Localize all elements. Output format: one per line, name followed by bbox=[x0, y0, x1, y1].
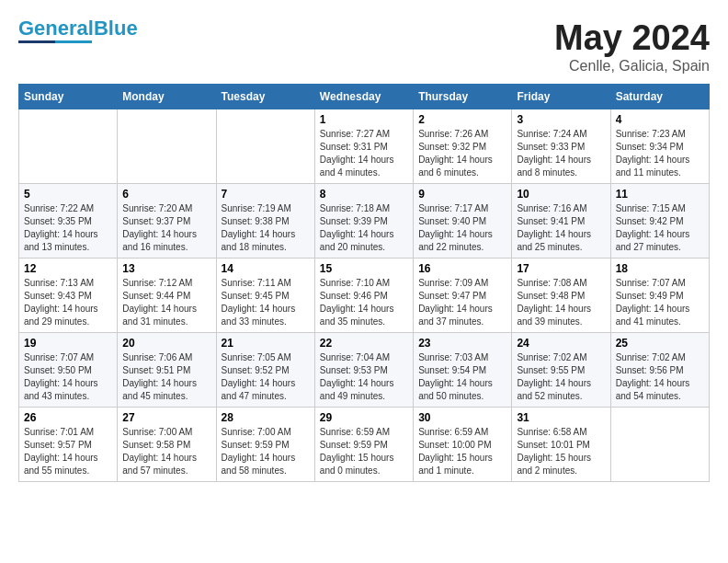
header-tuesday: Tuesday bbox=[216, 85, 314, 109]
day-number: 8 bbox=[320, 188, 408, 201]
table-row: 18Sunrise: 7:07 AMSunset: 9:49 PMDayligh… bbox=[610, 259, 709, 333]
sunset-label: Sunset: 9:52 PM bbox=[222, 365, 290, 375]
week-row-2: 5Sunrise: 7:22 AMSunset: 9:35 PMDaylight… bbox=[19, 184, 710, 259]
sunset-label: Sunset: 9:58 PM bbox=[122, 440, 190, 450]
daylight-label: Daylight: 14 hours and 57 minutes. bbox=[122, 453, 197, 476]
sunset-label: Sunset: 9:47 PM bbox=[418, 291, 486, 301]
day-number: 5 bbox=[24, 188, 112, 201]
table-row: 16Sunrise: 7:09 AMSunset: 9:47 PMDayligh… bbox=[414, 259, 512, 333]
sunset-label: Sunset: 10:01 PM bbox=[517, 440, 590, 450]
table-row: 27Sunrise: 7:00 AMSunset: 9:58 PMDayligh… bbox=[118, 408, 216, 482]
sunset-label: Sunset: 9:37 PM bbox=[122, 216, 190, 226]
sunrise-label: Sunrise: 7:11 AM bbox=[222, 278, 291, 288]
table-row: 20Sunrise: 7:06 AMSunset: 9:51 PMDayligh… bbox=[118, 333, 216, 408]
daylight-label: Daylight: 14 hours and 16 minutes. bbox=[122, 229, 197, 252]
day-number: 20 bbox=[122, 337, 210, 350]
page-header: GeneralBlue May 2024 Cenlle, Galicia, Sp… bbox=[18, 18, 710, 75]
sunrise-label: Sunrise: 6:59 AM bbox=[320, 427, 390, 437]
sunset-label: Sunset: 9:35 PM bbox=[24, 216, 92, 226]
sunrise-label: Sunrise: 7:05 AM bbox=[222, 352, 291, 362]
table-row: 10Sunrise: 7:16 AMSunset: 9:41 PMDayligh… bbox=[512, 184, 610, 259]
day-info: Sunrise: 6:58 AMSunset: 10:01 PMDaylight… bbox=[517, 426, 605, 477]
daylight-label: Daylight: 14 hours and 27 minutes. bbox=[616, 229, 690, 252]
daylight-label: Daylight: 14 hours and 33 minutes. bbox=[222, 304, 296, 327]
table-row: 8Sunrise: 7:18 AMSunset: 9:39 PMDaylight… bbox=[314, 184, 413, 259]
sunrise-label: Sunrise: 6:59 AM bbox=[418, 427, 488, 437]
day-number: 22 bbox=[320, 337, 408, 350]
daylight-label: Daylight: 15 hours and 0 minutes. bbox=[320, 453, 394, 476]
day-info: Sunrise: 7:04 AMSunset: 9:53 PMDaylight:… bbox=[320, 351, 408, 403]
sunset-label: Sunset: 9:38 PM bbox=[222, 216, 290, 226]
sunset-label: Sunset: 9:50 PM bbox=[24, 365, 92, 375]
daylight-label: Daylight: 14 hours and 54 minutes. bbox=[616, 378, 690, 401]
daylight-label: Daylight: 14 hours and 18 minutes. bbox=[222, 229, 296, 252]
sunset-label: Sunset: 9:46 PM bbox=[320, 291, 388, 301]
sunrise-label: Sunrise: 7:02 AM bbox=[517, 352, 586, 362]
location-subtitle: Cenlle, Galicia, Spain bbox=[554, 58, 710, 75]
sunset-label: Sunset: 9:32 PM bbox=[418, 142, 486, 152]
day-info: Sunrise: 7:09 AMSunset: 9:47 PMDaylight:… bbox=[418, 277, 506, 328]
daylight-label: Daylight: 14 hours and 45 minutes. bbox=[122, 378, 197, 401]
day-number: 13 bbox=[122, 262, 210, 275]
sunrise-label: Sunrise: 7:18 AM bbox=[320, 203, 390, 213]
day-info: Sunrise: 6:59 AMSunset: 9:59 PMDaylight:… bbox=[320, 426, 408, 477]
sunset-label: Sunset: 9:41 PM bbox=[517, 216, 585, 226]
daylight-label: Daylight: 15 hours and 2 minutes. bbox=[517, 453, 591, 476]
day-info: Sunrise: 7:17 AMSunset: 9:40 PMDaylight:… bbox=[418, 202, 506, 254]
day-info: Sunrise: 7:10 AMSunset: 9:46 PMDaylight:… bbox=[320, 277, 408, 328]
week-row-1: 1Sunrise: 7:27 AMSunset: 9:31 PMDaylight… bbox=[19, 109, 710, 184]
daylight-label: Daylight: 14 hours and 22 minutes. bbox=[418, 229, 493, 252]
title-area: May 2024 Cenlle, Galicia, Spain bbox=[554, 18, 710, 75]
daylight-label: Daylight: 14 hours and 43 minutes. bbox=[24, 378, 98, 401]
sunset-label: Sunset: 9:39 PM bbox=[320, 216, 388, 226]
day-info: Sunrise: 7:18 AMSunset: 9:39 PMDaylight:… bbox=[320, 202, 408, 254]
day-info: Sunrise: 7:02 AMSunset: 9:56 PMDaylight:… bbox=[616, 351, 704, 403]
table-row: 15Sunrise: 7:10 AMSunset: 9:46 PMDayligh… bbox=[314, 259, 413, 333]
sunrise-label: Sunrise: 7:13 AM bbox=[24, 278, 94, 288]
sunset-label: Sunset: 9:59 PM bbox=[222, 440, 290, 450]
table-row: 23Sunrise: 7:03 AMSunset: 9:54 PMDayligh… bbox=[414, 333, 512, 408]
sunrise-label: Sunrise: 7:15 AM bbox=[616, 203, 686, 213]
day-info: Sunrise: 7:00 AMSunset: 9:58 PMDaylight:… bbox=[122, 426, 210, 477]
sunrise-label: Sunrise: 7:16 AM bbox=[517, 203, 586, 213]
day-info: Sunrise: 7:07 AMSunset: 9:50 PMDaylight:… bbox=[24, 351, 112, 403]
sunrise-label: Sunrise: 7:17 AM bbox=[418, 203, 488, 213]
daylight-label: Daylight: 14 hours and 31 minutes. bbox=[122, 304, 197, 327]
day-number: 3 bbox=[517, 113, 605, 126]
sunset-label: Sunset: 9:42 PM bbox=[616, 216, 684, 226]
sunset-label: Sunset: 9:31 PM bbox=[320, 142, 388, 152]
table-row: 24Sunrise: 7:02 AMSunset: 9:55 PMDayligh… bbox=[512, 333, 610, 408]
table-row bbox=[610, 408, 709, 482]
sunrise-label: Sunrise: 7:26 AM bbox=[418, 129, 488, 139]
table-row: 1Sunrise: 7:27 AMSunset: 9:31 PMDaylight… bbox=[314, 109, 413, 184]
table-row: 11Sunrise: 7:15 AMSunset: 9:42 PMDayligh… bbox=[610, 184, 709, 259]
day-number: 7 bbox=[222, 188, 310, 201]
daylight-label: Daylight: 14 hours and 25 minutes. bbox=[517, 229, 591, 252]
day-number: 1 bbox=[320, 113, 408, 126]
daylight-label: Daylight: 14 hours and 41 minutes. bbox=[616, 304, 690, 327]
daylight-label: Daylight: 14 hours and 8 minutes. bbox=[517, 155, 591, 178]
daylight-label: Daylight: 14 hours and 50 minutes. bbox=[418, 378, 493, 401]
day-number: 11 bbox=[616, 188, 704, 201]
table-row: 12Sunrise: 7:13 AMSunset: 9:43 PMDayligh… bbox=[19, 259, 118, 333]
day-info: Sunrise: 7:27 AMSunset: 9:31 PMDaylight:… bbox=[320, 128, 408, 179]
day-info: Sunrise: 7:15 AMSunset: 9:42 PMDaylight:… bbox=[616, 202, 704, 254]
sunrise-label: Sunrise: 7:07 AM bbox=[616, 278, 686, 288]
day-number: 29 bbox=[320, 411, 408, 424]
header-monday: Monday bbox=[118, 85, 216, 109]
day-number: 27 bbox=[122, 411, 210, 424]
logo-general: General bbox=[18, 17, 94, 40]
day-info: Sunrise: 7:11 AMSunset: 9:45 PMDaylight:… bbox=[222, 277, 310, 328]
sunrise-label: Sunrise: 7:04 AM bbox=[320, 352, 390, 362]
sunrise-label: Sunrise: 7:23 AM bbox=[616, 129, 686, 139]
daylight-label: Daylight: 14 hours and 58 minutes. bbox=[222, 453, 296, 476]
day-number: 30 bbox=[418, 411, 506, 424]
sunset-label: Sunset: 9:59 PM bbox=[320, 440, 388, 450]
table-row: 3Sunrise: 7:24 AMSunset: 9:33 PMDaylight… bbox=[512, 109, 610, 184]
sunset-label: Sunset: 9:48 PM bbox=[517, 291, 585, 301]
sunset-label: Sunset: 9:49 PM bbox=[616, 291, 684, 301]
month-title: May 2024 bbox=[554, 18, 710, 58]
week-row-4: 19Sunrise: 7:07 AMSunset: 9:50 PMDayligh… bbox=[19, 333, 710, 408]
day-info: Sunrise: 7:23 AMSunset: 9:34 PMDaylight:… bbox=[616, 128, 704, 179]
week-row-5: 26Sunrise: 7:01 AMSunset: 9:57 PMDayligh… bbox=[19, 408, 710, 482]
